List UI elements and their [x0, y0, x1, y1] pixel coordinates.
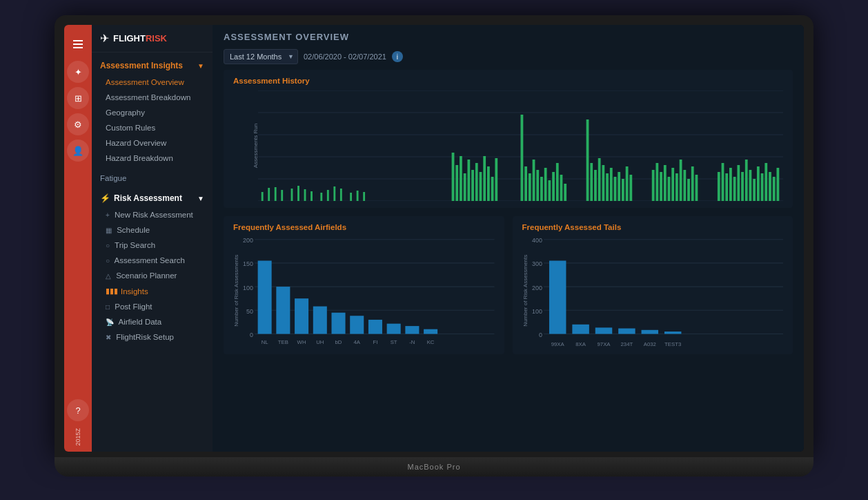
fatigue-divider: Fatigue — [92, 170, 213, 186]
filter-bar: Last 12 Months Last 6 Months Last 3 Mont… — [213, 46, 804, 70]
period-select[interactable]: Last 12 Months Last 6 Months Last 3 Mont… — [224, 49, 298, 64]
search-icon-trip: ○ — [106, 242, 110, 249]
svg-rect-116 — [313, 307, 327, 334]
svg-rect-118 — [331, 313, 345, 334]
svg-rect-63 — [652, 170, 655, 201]
svg-rect-147 — [618, 329, 635, 334]
svg-rect-82 — [745, 160, 748, 201]
svg-rect-18 — [304, 189, 306, 201]
svg-rect-38 — [495, 158, 497, 201]
app-container: ✦ ⊞ ⚙ 👤 ? 2015Z ✈ FLIGHTRISK — [64, 25, 804, 452]
svg-rect-35 — [483, 156, 486, 201]
sidebar-item-insights[interactable]: ▮▮▮ Insights — [92, 283, 213, 299]
nav-icon-user[interactable]: 👤 — [67, 140, 89, 162]
svg-rect-52 — [590, 163, 593, 201]
svg-rect-59 — [618, 172, 620, 201]
svg-rect-15 — [281, 190, 283, 201]
sidebar-item-flightrisk-setup[interactable]: ✖ FlightRisk Setup — [92, 329, 213, 345]
sidebar-section-assessment-insights: Assessment Insights ▼ Assessment Overvie… — [92, 52, 213, 170]
time-display: 2015Z — [75, 428, 81, 446]
sidebar-item-hazard-overview[interactable]: Hazard Overview — [92, 135, 213, 151]
tails-chart-inner: 400 300 200 100 0 Number of Risk Assessm… — [522, 235, 784, 354]
svg-rect-112 — [276, 287, 290, 334]
sidebar-item-geography[interactable]: Geography — [92, 105, 213, 120]
airfields-chart-card: Frequently Assessed Airfields — [224, 216, 504, 354]
sidebar-item-schedule[interactable]: ▦ Schedule — [92, 222, 213, 238]
sidebar-item-new-risk-assessment[interactable]: + New Risk Assessment — [92, 207, 213, 222]
svg-text:KC: KC — [427, 339, 435, 345]
laptop-frame: ✦ ⊞ ⚙ 👤 ? 2015Z ✈ FLIGHTRISK — [55, 15, 813, 485]
svg-text:200: 200 — [243, 237, 253, 244]
svg-rect-51 — [586, 119, 589, 201]
app-logo: ✈ FLIGHTRISK — [92, 25, 213, 52]
document-icon: □ — [106, 303, 110, 311]
sidebar-item-hazard-breakdown[interactable]: Hazard Breakdown — [92, 151, 213, 166]
svg-rect-74 — [696, 175, 698, 201]
svg-rect-23 — [340, 189, 342, 201]
sidebar-item-assessment-overview[interactable]: Assessment Overview — [92, 75, 213, 90]
sidebar-item-post-flight[interactable]: □ Post Flight — [92, 299, 213, 314]
risk-assessment-toggle[interactable]: ⚡ Risk Assessment ▼ — [92, 189, 213, 207]
svg-text:Number of Risk Assessments: Number of Risk Assessments — [233, 255, 239, 327]
bottom-charts: Frequently Assessed Airfields — [224, 216, 793, 354]
svg-rect-37 — [491, 177, 494, 201]
sidebar-item-airfield-data[interactable]: 📡 Airfield Data — [92, 314, 213, 329]
info-icon[interactable]: i — [392, 51, 403, 62]
logo-risk: RISK — [146, 33, 167, 44]
sidebar-section-risk-assessment: ⚡ Risk Assessment ▼ + New Risk Assessmen… — [92, 186, 213, 347]
svg-rect-60 — [622, 179, 624, 201]
svg-rect-47 — [552, 172, 555, 201]
nav-icon-grid[interactable]: ⊞ — [67, 87, 89, 109]
nav-icon-help[interactable]: ? — [67, 399, 89, 421]
assessment-history-card: Assessment History Assessments Run — [224, 70, 793, 208]
airfields-chart-title: Frequently Assessed Airfields — [233, 223, 495, 231]
history-chart-svg: 25 20 15 10 5 0 — [258, 90, 783, 201]
svg-rect-55 — [602, 165, 604, 201]
svg-rect-83 — [749, 170, 752, 201]
assessment-history-title: Assessment History — [233, 77, 783, 85]
svg-rect-42 — [533, 160, 535, 201]
icon-rail: ✦ ⊞ ⚙ 👤 ? 2015Z — [64, 25, 92, 452]
sidebar-item-assessment-breakdown[interactable]: Assessment Breakdown — [92, 90, 213, 105]
svg-rect-128 — [424, 329, 437, 334]
tails-svg: 400 300 200 100 0 Number of Risk Assessm… — [522, 235, 784, 354]
svg-rect-14 — [275, 187, 277, 201]
antenna-icon: 📡 — [106, 318, 114, 326]
svg-rect-31 — [467, 160, 470, 201]
nav-icon-compass[interactable]: ✦ — [67, 61, 89, 83]
airfields-chart-inner: 200 150 100 50 0 Number of Risk Assessme… — [233, 235, 495, 354]
search-icon-assessment: ○ — [106, 257, 110, 265]
sidebar-item-custom-rules[interactable]: Custom Rules — [92, 120, 213, 135]
assessment-insights-arrow: ▼ — [197, 62, 204, 70]
svg-rect-24 — [350, 193, 352, 201]
calendar-icon: ▦ — [106, 227, 112, 234]
assessment-insights-toggle[interactable]: Assessment Insights ▼ — [92, 57, 213, 75]
svg-rect-76 — [722, 163, 724, 201]
svg-rect-49 — [560, 175, 563, 201]
page-title: ASSESSMENT OVERVIEW — [224, 32, 793, 42]
svg-rect-16 — [291, 189, 293, 201]
svg-rect-64 — [655, 163, 658, 201]
svg-rect-30 — [464, 173, 466, 201]
svg-rect-56 — [606, 173, 609, 201]
svg-rect-21 — [327, 190, 329, 201]
hamburger-menu-button[interactable] — [64, 30, 92, 58]
nav-icon-settings[interactable]: ⚙ — [67, 113, 89, 135]
sidebar-item-trip-search[interactable]: ○ Trip Search — [92, 238, 213, 253]
laptop-brand: MacBook Pro — [407, 463, 460, 471]
svg-rect-27 — [452, 153, 455, 201]
svg-rect-40 — [524, 166, 527, 201]
svg-text:400: 400 — [532, 237, 542, 244]
svg-rect-44 — [540, 177, 543, 201]
sidebar-item-assessment-search[interactable]: ○ Assessment Search — [92, 253, 213, 268]
sidebar-item-scenario-planner[interactable]: △ Scenario Planner — [92, 268, 213, 283]
svg-rect-75 — [718, 172, 720, 201]
bar-chart-icon: ▮▮▮ — [106, 287, 118, 296]
svg-text:WH: WH — [297, 339, 306, 345]
screen-bezel: ✦ ⊞ ⚙ 👤 ? 2015Z ✈ FLIGHTRISK — [55, 15, 813, 457]
svg-rect-13 — [268, 188, 270, 201]
risk-assessment-title: ⚡ Risk Assessment — [100, 193, 182, 203]
svg-text:NL: NL — [262, 339, 269, 345]
svg-text:A032: A032 — [643, 341, 655, 347]
svg-rect-26 — [363, 192, 365, 201]
